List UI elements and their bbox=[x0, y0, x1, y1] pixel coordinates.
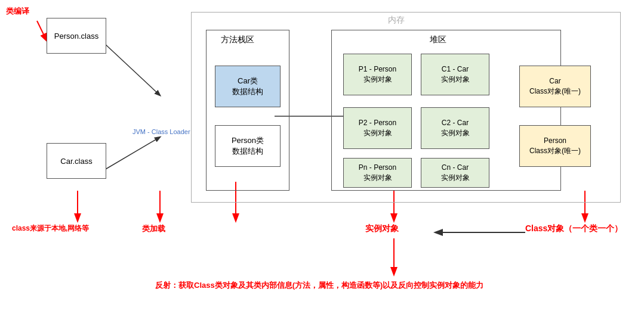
person-data-box: Person类 数据结构 bbox=[215, 125, 281, 167]
class-obj-label: Class对象（一个类一个） bbox=[525, 223, 623, 234]
heap-title: 堆区 bbox=[430, 35, 446, 45]
instance-obj-label: 实例对象 bbox=[365, 223, 399, 234]
class-translate-label: 类编译 bbox=[6, 6, 29, 17]
diagram: 类编译 Person.class Car.class class来源于本地,网络… bbox=[0, 0, 644, 323]
class-source-label: class来源于本地,网络等 bbox=[12, 223, 89, 234]
reflection-label: 反射：获取Class类对象及其类内部信息(方法，属性，构造函数等)以及反向控制实… bbox=[155, 280, 483, 291]
car-class-obj-box: Car Class对象(唯一) bbox=[519, 66, 591, 107]
pn-person-box: Pn - Person 实例对象 bbox=[343, 158, 412, 188]
c1-car-box: C1 - Car 实例对象 bbox=[421, 54, 489, 95]
c2-car-box: C2 - Car 实例对象 bbox=[421, 107, 489, 149]
svg-line-0 bbox=[37, 21, 47, 41]
car-class-box: Car.class bbox=[47, 143, 106, 179]
person-class-obj-box: Person Class对象(唯一) bbox=[519, 125, 591, 167]
memory-label: 内存 bbox=[388, 15, 405, 26]
cn-car-box: Cn - Car 实例对象 bbox=[421, 158, 489, 188]
svg-line-2 bbox=[104, 137, 160, 170]
class-load-label: 类加载 bbox=[142, 223, 165, 234]
car-data-box: Car类 数据结构 bbox=[215, 66, 281, 107]
method-stack-title: 方法栈区 bbox=[221, 35, 254, 45]
p1-person-box: P1 - Person 实例对象 bbox=[343, 54, 412, 95]
jvm-loader-label: JVM - Class Loader bbox=[133, 128, 190, 135]
person-class-box: Person.class bbox=[47, 18, 106, 54]
p2-person-box: P2 - Person 实例对象 bbox=[343, 107, 412, 149]
svg-line-1 bbox=[104, 44, 160, 95]
